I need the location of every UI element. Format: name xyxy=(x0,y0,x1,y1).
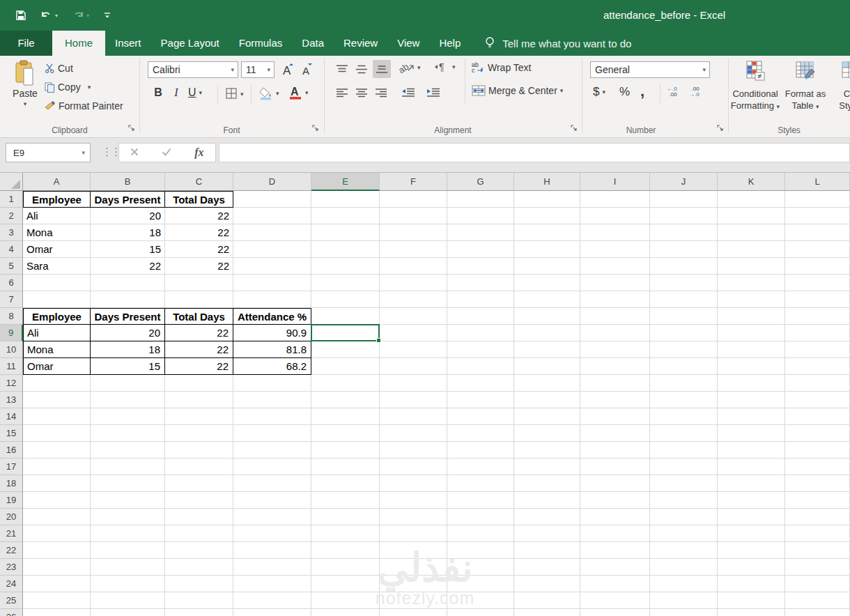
row-header-10[interactable]: 10 xyxy=(0,341,23,358)
cell-A2[interactable]: Ali xyxy=(23,208,91,224)
tab-help[interactable]: Help xyxy=(429,31,470,56)
bold-button[interactable]: B xyxy=(152,86,164,99)
format-painter-button[interactable]: Format Painter xyxy=(45,100,123,111)
cell-C8[interactable]: Total Days xyxy=(165,308,233,325)
conditional-formatting-button[interactable]: ≠ Conditional Formatting ▾ xyxy=(729,59,781,113)
paste-dropdown-icon[interactable]: ▾ xyxy=(24,100,27,107)
column-header-G[interactable]: G xyxy=(447,173,514,191)
fill-color-dropdown-icon[interactable]: ▾ xyxy=(276,90,279,97)
customize-quick-access-button[interactable] xyxy=(103,11,111,20)
cell-B4[interactable]: 15 xyxy=(91,241,165,258)
cell-A11[interactable]: Omar xyxy=(23,358,91,375)
decrease-indent-button[interactable] xyxy=(399,85,417,100)
decrease-decimal-button[interactable]: .00 →.0 xyxy=(689,86,700,98)
cell-C2[interactable]: 22 xyxy=(165,208,233,224)
cell-C1[interactable]: Total Days xyxy=(165,191,233,208)
row-header-8[interactable]: 8 xyxy=(0,308,23,325)
orientation-dropdown-icon[interactable]: ▾ xyxy=(417,64,421,71)
row-header-6[interactable]: 6 xyxy=(0,275,23,291)
font-color-button[interactable]: A ▾ xyxy=(288,85,309,100)
font-size-dropdown-icon[interactable]: ▾ xyxy=(263,66,274,73)
increase-decimal-button[interactable]: ←.0 .00 xyxy=(667,86,677,98)
cell-C10[interactable]: 22 xyxy=(165,341,233,358)
row-header-24[interactable]: 24 xyxy=(0,576,23,592)
cut-button[interactable]: Cut xyxy=(45,63,73,74)
cell-D10[interactable]: 81.8 xyxy=(233,341,311,358)
text-direction-button[interactable]: ¶ ▾ xyxy=(434,61,456,72)
column-header-F[interactable]: F xyxy=(380,173,447,191)
row-header-17[interactable]: 17 xyxy=(0,459,23,475)
insert-function-icon[interactable]: fx xyxy=(194,146,203,159)
number-format-combo[interactable]: General ▾ xyxy=(590,61,710,78)
row-header-22[interactable]: 22 xyxy=(0,542,23,559)
cell-B5[interactable]: 22 xyxy=(91,258,165,275)
clipboard-dialog-launcher[interactable] xyxy=(128,123,135,134)
name-box-dropdown-icon[interactable]: ▾ xyxy=(82,149,90,156)
align-center-button[interactable] xyxy=(353,85,370,100)
tab-page-layout[interactable]: Page Layout xyxy=(151,31,229,56)
row-header-15[interactable]: 15 xyxy=(0,425,23,442)
column-header-H[interactable]: H xyxy=(514,173,580,191)
row-header-9[interactable]: 9 xyxy=(0,325,23,341)
column-header-K[interactable]: K xyxy=(718,173,785,191)
cell-C11[interactable]: 22 xyxy=(165,358,233,375)
font-size-combo[interactable]: 11 ▾ xyxy=(241,61,275,78)
selected-cell-E9[interactable] xyxy=(311,324,380,341)
wrap-text-button[interactable]: abc Wrap Text xyxy=(472,61,532,73)
tab-review[interactable]: Review xyxy=(334,31,387,56)
column-header-C[interactable]: C xyxy=(165,173,233,191)
cell-A9[interactable]: Ali xyxy=(23,325,91,341)
conditional-formatting-dropdown-icon[interactable]: ▾ xyxy=(777,103,780,110)
number-format-dropdown-icon[interactable]: ▾ xyxy=(699,66,709,73)
paste-button[interactable]: Paste ▾ xyxy=(7,60,43,107)
format-as-table-button[interactable]: Format as Table ▾ xyxy=(784,59,827,113)
tab-formulas[interactable]: Formulas xyxy=(229,31,293,56)
cell-C4[interactable]: 22 xyxy=(165,241,233,258)
accounting-format-button[interactable]: $ ▾ xyxy=(593,85,605,99)
cell-D11[interactable]: 68.2 xyxy=(233,358,311,375)
underline-button[interactable]: U ▾ xyxy=(188,86,202,99)
increase-indent-button[interactable] xyxy=(424,85,442,100)
fill-handle[interactable] xyxy=(376,338,381,343)
row-header-18[interactable]: 18 xyxy=(0,475,23,492)
tab-home[interactable]: Home xyxy=(52,31,105,56)
column-header-J[interactable]: J xyxy=(650,173,718,191)
cell-B9[interactable]: 20 xyxy=(91,325,165,341)
decrease-font-size-button[interactable]: A xyxy=(301,61,315,77)
cell-A8[interactable]: Employee xyxy=(23,308,91,325)
row-header-25[interactable]: 25 xyxy=(0,592,23,609)
column-header-A[interactable]: A xyxy=(23,173,91,191)
comma-style-button[interactable]: , xyxy=(640,82,644,100)
row-header-4[interactable]: 4 xyxy=(0,241,23,258)
font-name-combo[interactable]: Calibri ▾ xyxy=(148,61,238,78)
row-header-20[interactable]: 20 xyxy=(0,509,23,525)
number-dialog-launcher[interactable] xyxy=(717,123,724,134)
cell-A10[interactable]: Mona xyxy=(23,341,91,358)
column-header-I[interactable]: I xyxy=(580,173,650,191)
percent-style-button[interactable]: % xyxy=(619,85,630,99)
row-header-1[interactable]: 1 xyxy=(0,191,23,208)
row-header-12[interactable]: 12 xyxy=(0,375,23,392)
cell-C9[interactable]: 22 xyxy=(165,325,233,341)
alignment-dialog-launcher[interactable] xyxy=(571,123,578,134)
merge-center-dropdown-icon[interactable]: ▾ xyxy=(560,87,564,94)
undo-button[interactable]: ▾ xyxy=(40,10,58,21)
copy-button[interactable]: Copy ▾ xyxy=(45,82,91,93)
cell-B11[interactable]: 15 xyxy=(91,358,165,375)
row-header-13[interactable]: 13 xyxy=(0,392,23,408)
row-header-21[interactable]: 21 xyxy=(0,525,23,542)
row-header-23[interactable]: 23 xyxy=(0,559,23,576)
cell-A5[interactable]: Sara xyxy=(23,258,91,275)
borders-button[interactable]: ▾ xyxy=(226,88,244,100)
align-right-button[interactable] xyxy=(373,85,389,100)
format-as-table-dropdown-icon[interactable]: ▾ xyxy=(816,103,819,110)
row-header-11[interactable]: 11 xyxy=(0,358,23,375)
top-align-button[interactable] xyxy=(334,61,350,77)
cell-A4[interactable]: Omar xyxy=(23,241,91,258)
cell-B2[interactable]: 20 xyxy=(91,208,165,224)
cell-A3[interactable]: Mona xyxy=(23,224,91,241)
cell-B10[interactable]: 18 xyxy=(91,341,165,358)
row-header-2[interactable]: 2 xyxy=(0,208,23,224)
accounting-dropdown-icon[interactable]: ▾ xyxy=(602,88,605,95)
cancel-icon[interactable] xyxy=(130,146,139,159)
